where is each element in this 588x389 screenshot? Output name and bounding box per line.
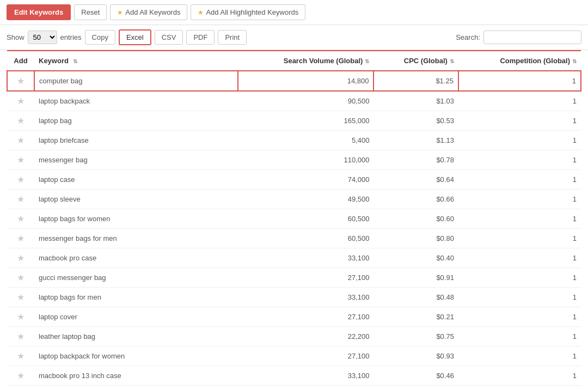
keyword-cell: laptop cover [34,307,238,327]
col-competition[interactable]: Competition (Global)⇅ [458,51,581,71]
star-cell: ★ [7,71,34,91]
table-row: ★laptop backpack90,500$1.031 [7,91,581,111]
star-button[interactable]: ★ [17,155,24,165]
excel-button[interactable]: Excel [119,29,151,45]
search-area: Search: [456,31,581,44]
table-header-row: Add Keyword ⇅ Search Volume (Global)⇅ CP… [7,51,581,71]
show-label: Show [7,33,24,41]
search-input[interactable] [483,31,581,44]
table-row: ★laptop backpack for women27,100$0.931 [7,347,581,366]
cpc-cell: $0.66 [373,190,458,209]
competition-cell: 1 [458,209,581,229]
star-cell: ★ [7,131,34,150]
volume-cell: 14,800 [238,71,374,91]
sort-arrows-cpc: ⇅ [450,58,454,64]
controls-bar: Show 50 25 100 entries Copy Excel CSV PD… [0,25,588,50]
cpc-cell: $1.09 [373,386,458,390]
competition-cell: 1 [458,190,581,209]
volume-cell: 22,200 [238,327,374,347]
add-all-highlighted-button[interactable]: ★ Add All Highlighted Keywords [191,4,305,20]
reset-button[interactable]: Reset [74,4,107,20]
col-keyword[interactable]: Keyword ⇅ [34,51,238,71]
volume-cell: 5,400 [238,131,374,150]
star-button[interactable]: ★ [17,214,24,224]
table-row: ★gucci messenger bag27,100$0.911 [7,268,581,288]
competition-cell: 1 [458,248,581,268]
volume-cell: 33,100 [238,288,374,307]
keyword-cell: laptop bags for men [34,288,238,307]
table-row: ★macbook pro 13 inch case33,100$0.461 [7,366,581,386]
star-cell: ★ [7,190,34,209]
star-button[interactable]: ★ [17,96,24,106]
star-cell: ★ [7,248,34,268]
star-button[interactable]: ★ [17,116,24,126]
star-button[interactable]: ★ [17,194,24,204]
copy-button[interactable]: Copy [85,30,115,45]
edit-keywords-button[interactable]: Edit Keywords [7,4,71,20]
sort-arrows-competition: ⇅ [572,58,577,64]
col-volume[interactable]: Search Volume (Global)⇅ [238,51,374,71]
keyword-cell: leather messenger bag [34,386,238,390]
volume-cell: 33,100 [238,248,374,268]
entries-label: entries [60,33,82,41]
competition-cell: 1 [458,71,581,91]
keywords-table: Add Keyword ⇅ Search Volume (Global)⇅ CP… [7,50,581,389]
competition-cell: 1 [458,150,581,170]
keyword-cell: macbook pro 13 inch case [34,366,238,386]
top-bar: Edit Keywords Reset ★ Add All Keywords ★… [0,0,588,25]
star-button[interactable]: ★ [17,76,24,86]
star-cell: ★ [7,150,34,170]
table-row: ★leather laptop bag22,200$0.751 [7,327,581,347]
star-button[interactable]: ★ [17,351,24,361]
competition-cell: 1 [458,307,581,327]
col-cpc[interactable]: CPC (Global)⇅ [373,51,458,71]
table-row: ★laptop briefcase5,400$1.131 [7,131,581,150]
competition-cell: 1 [458,347,581,366]
print-button[interactable]: Print [218,30,247,45]
cpc-cell: $0.78 [373,150,458,170]
add-all-keywords-button[interactable]: ★ Add All Keywords [110,4,187,20]
competition-cell: 1 [458,366,581,386]
volume-cell: 33,100 [238,366,374,386]
keyword-cell: laptop briefcase [34,131,238,150]
star-cell: ★ [7,327,34,347]
star-cell: ★ [7,347,34,366]
star-button[interactable]: ★ [17,292,24,302]
cpc-cell: $0.53 [373,111,458,131]
star-button[interactable]: ★ [17,135,24,145]
competition-cell: 1 [458,268,581,288]
star-button[interactable]: ★ [17,272,24,283]
star-cell: ★ [7,366,34,386]
table-row: ★laptop sleeve49,500$0.661 [7,190,581,209]
cpc-cell: $1.13 [373,131,458,150]
cpc-cell: $1.25 [373,71,458,91]
star-button[interactable]: ★ [17,253,24,263]
volume-cell: 27,100 [238,347,374,366]
volume-cell: 60,500 [238,229,374,248]
entries-select[interactable]: 50 25 100 [28,31,57,44]
cpc-cell: $0.80 [373,229,458,248]
star-button[interactable]: ★ [17,174,24,185]
cpc-cell: $0.48 [373,288,458,307]
table-row: ★laptop case74,000$0.641 [7,170,581,190]
star-cell: ★ [7,288,34,307]
keyword-cell: messenger bags for men [34,229,238,248]
pdf-button[interactable]: PDF [186,30,215,45]
table-row: ★laptop bags for women60,500$0.601 [7,209,581,229]
csv-button[interactable]: CSV [155,30,183,45]
star-cell: ★ [7,229,34,248]
cpc-cell: $0.60 [373,209,458,229]
star-icon: ★ [117,9,123,16]
cpc-cell: $0.91 [373,268,458,288]
competition-cell: 1 [458,386,581,390]
cpc-cell: $0.46 [373,366,458,386]
keyword-cell: computer bag [34,71,238,91]
star-button[interactable]: ★ [17,233,24,244]
star-button[interactable]: ★ [17,331,24,342]
volume-cell: 27,100 [238,307,374,327]
star-button[interactable]: ★ [17,312,24,322]
star-cell: ★ [7,307,34,327]
competition-cell: 1 [458,288,581,307]
star-button[interactable]: ★ [17,370,24,381]
cpc-cell: $0.21 [373,307,458,327]
